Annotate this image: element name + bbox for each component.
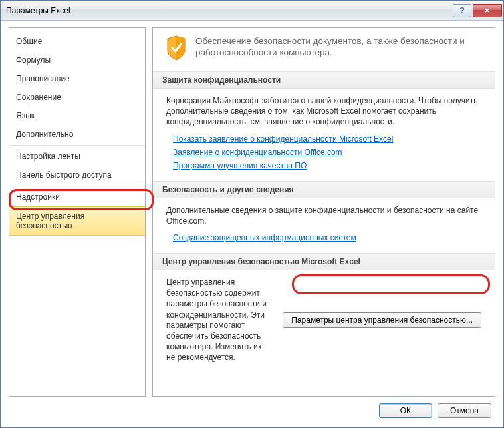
intro-row: Обеспечение безопасности документов, а т… — [153, 35, 495, 71]
privacy-text: Корпорация Майкрософт заботится о вашей … — [166, 95, 481, 128]
help-icon: ? — [459, 5, 465, 15]
ok-button[interactable]: ОК — [379, 403, 432, 418]
link-privacy-excel[interactable]: Показать заявление о конфиденциальности … — [173, 134, 481, 144]
window-title: Параметры Excel — [6, 6, 451, 15]
trust-header: Центр управления безопасностью Microsoft… — [153, 253, 495, 270]
close-button[interactable]: × — [473, 4, 502, 17]
link-trustworthy[interactable]: Создание защищенных информационных систе… — [173, 233, 481, 242]
help-button[interactable]: ? — [453, 4, 471, 17]
link-ceip[interactable]: Программа улучшения качества ПО — [173, 161, 481, 170]
shield-icon — [165, 35, 188, 63]
close-icon: × — [484, 6, 490, 15]
sidebar-item-customize-ribbon[interactable]: Настройка ленты — [9, 147, 145, 166]
link-privacy-office[interactable]: Заявление о конфиденциальности Office.co… — [173, 148, 481, 157]
dialog-footer: ОК Отмена — [1, 399, 503, 427]
trust-row: Центр управления безопасностью содержит … — [166, 277, 481, 363]
security-text: Дополнительные сведения о защите конфиде… — [166, 205, 481, 226]
options-dialog: Параметры Excel ? × Общие Формулы Правоп… — [0, 0, 504, 428]
security-body: Дополнительные сведения о защите конфиде… — [153, 198, 495, 253]
security-links: Создание защищенных информационных систе… — [166, 233, 481, 242]
sidebar-item-addins[interactable]: Надстройки — [9, 188, 145, 206]
trust-center-settings-button[interactable]: Параметры центра управления безопасность… — [283, 312, 481, 328]
trust-text: Центр управления безопасностью содержит … — [166, 277, 269, 363]
sidebar-item-advanced[interactable]: Дополнительно — [9, 125, 145, 144]
privacy-links: Показать заявление о конфиденциальности … — [166, 134, 481, 170]
sidebar-item-quick-access[interactable]: Панель быстрого доступа — [9, 166, 145, 184]
sidebar-item-language[interactable]: Язык — [9, 107, 145, 125]
intro-text: Обеспечение безопасности документов, а т… — [195, 35, 481, 63]
sidebar-item-save[interactable]: Сохранение — [9, 88, 145, 107]
sidebar-item-trust-center[interactable]: Центр управления безопасностью — [9, 206, 145, 236]
sidebar-item-general[interactable]: Общие — [9, 32, 145, 51]
dialog-body: Общие Формулы Правописание Сохранение Яз… — [1, 21, 503, 399]
trust-body: Центр управления безопасностью содержит … — [153, 270, 495, 374]
privacy-header: Защита конфиденциальности — [153, 71, 495, 89]
titlebar: Параметры Excel ? × — [1, 1, 503, 21]
security-header: Безопасность и другие сведения — [153, 181, 495, 198]
titlebar-buttons: ? × — [451, 4, 502, 17]
content-panel: Обеспечение безопасности документов, а т… — [152, 27, 495, 397]
sidebar-separator — [9, 186, 145, 186]
cancel-button[interactable]: Отмена — [438, 403, 491, 418]
sidebar-item-formulas[interactable]: Формулы — [9, 51, 145, 69]
sidebar-item-proofing[interactable]: Правописание — [9, 69, 145, 88]
sidebar-separator — [9, 145, 145, 146]
options-sidebar: Общие Формулы Правописание Сохранение Яз… — [9, 27, 146, 397]
privacy-body: Корпорация Майкрософт заботится о вашей … — [153, 89, 495, 181]
